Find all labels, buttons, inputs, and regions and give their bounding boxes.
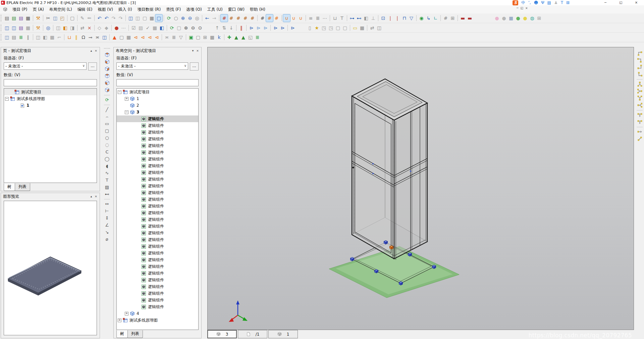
- draw-circle-dashed[interactable]: ◌: [103, 141, 111, 148]
- wire-pair[interactable]: ≍: [94, 34, 101, 41]
- parts-cart[interactable]: ⊔: [331, 14, 338, 22]
- separator[interactable]: [184, 34, 187, 41]
- tree-item[interactable]: 逻辑组件: [117, 162, 198, 169]
- separator[interactable]: [345, 14, 348, 22]
- tree-item[interactable]: 逻辑组件: [117, 176, 198, 183]
- pages-copy[interactable]: ◫: [35, 34, 42, 41]
- move-element[interactable]: ⇄: [79, 24, 86, 32]
- tab-list[interactable]: 列表: [127, 330, 143, 338]
- menu-item[interactable]: 查找 (F): [163, 6, 183, 13]
- pages-blue[interactable]: ◫: [101, 34, 108, 41]
- junction-arrow-1[interactable]: [636, 111, 644, 118]
- value-input[interactable]: [4, 79, 97, 86]
- insert-left-bar[interactable]: ⊲: [139, 34, 146, 41]
- grip[interactable]: [1, 34, 3, 41]
- gap[interactable]: [296, 24, 306, 32]
- route-path[interactable]: ↳: [425, 14, 432, 22]
- tree-item[interactable]: 逻辑组件: [117, 156, 198, 162]
- mounting-rail[interactable]: ⊔: [66, 34, 73, 41]
- copy-pages[interactable]: ◫: [55, 24, 62, 32]
- separator[interactable]: [52, 24, 55, 32]
- filter-browse-button[interactable]: ...: [190, 62, 199, 70]
- layout-cube-top[interactable]: [103, 51, 111, 58]
- insert-image[interactable]: ▨: [103, 184, 111, 191]
- pause-red[interactable]: ‖: [238, 24, 245, 32]
- separator[interactable]: [348, 24, 352, 32]
- branch-tool-1[interactable]: [636, 81, 644, 88]
- menu-item[interactable]: 视图 (V): [95, 6, 115, 13]
- tree-item[interactable]: 逻辑组件: [117, 183, 198, 189]
- tree-item[interactable]: 逻辑组件: [117, 236, 198, 243]
- monitor-view[interactable]: ◧: [158, 24, 165, 32]
- tree-item[interactable]: 逻辑组件: [117, 115, 198, 122]
- insert-end[interactable]: ⊲: [153, 34, 160, 41]
- page-next[interactable]: ▢: [341, 24, 348, 32]
- tree-item[interactable]: 逻辑组件: [117, 256, 198, 263]
- page-export[interactable]: ▢: [195, 34, 202, 41]
- grid-view[interactable]: ▦: [148, 14, 155, 22]
- box-3d[interactable]: ◱: [247, 34, 254, 41]
- wire-link[interactable]: ⊸: [87, 34, 94, 41]
- close-icon[interactable]: ×: [94, 195, 98, 198]
- tree-item[interactable]: 逻辑组件: [117, 250, 198, 256]
- zoom-out-alt[interactable]: ⊖: [190, 24, 197, 32]
- branch-tool-3[interactable]: [636, 95, 644, 102]
- separator[interactable]: [42, 24, 45, 32]
- tree-item[interactable]: 逻辑组件: [117, 303, 198, 310]
- menu-item[interactable]: 页 (A): [30, 6, 46, 13]
- color-yellow[interactable]: ●: [522, 14, 529, 22]
- grip[interactable]: [1, 25, 3, 31]
- dim-diagonal[interactable]: ↘: [103, 229, 111, 236]
- record-dot[interactable]: ●: [113, 24, 120, 32]
- redo[interactable]: ↷: [110, 14, 117, 22]
- mdi-window-controls[interactable]: ─◱×: [517, 6, 528, 10]
- mdi-restore[interactable]: ◱: [520, 6, 523, 10]
- mdi-close[interactable]: ×: [525, 6, 528, 10]
- close-icon[interactable]: ×: [94, 49, 98, 52]
- tree-item[interactable]: 逻辑组件: [117, 283, 198, 290]
- separator[interactable]: [377, 14, 380, 22]
- menu-item[interactable]: 窗口 (W): [225, 6, 247, 13]
- tree-item[interactable]: − 测试宏项目: [117, 89, 198, 95]
- gap[interactable]: [473, 14, 483, 22]
- ime-toolbox[interactable]: ⊞: [566, 0, 570, 5]
- layer-bar-red[interactable]: ▬: [459, 14, 466, 22]
- tree-symbol-2[interactable]: ▲: [240, 34, 247, 41]
- edit-tool[interactable]: ⚒: [35, 24, 42, 32]
- refresh-window[interactable]: ⟳: [168, 24, 175, 32]
- stamp-outline[interactable]: ◇: [96, 24, 103, 32]
- insert-left[interactable]: ⊲: [132, 34, 139, 41]
- level-up[interactable]: ↑: [214, 24, 221, 32]
- terminal-red-2[interactable]: ∣: [394, 14, 401, 22]
- redo-list[interactable]: ↷: [117, 14, 124, 22]
- separator[interactable]: [245, 24, 248, 32]
- insert-text[interactable]: T: [103, 177, 111, 184]
- new-page[interactable]: ▢: [141, 14, 148, 22]
- separator[interactable]: [223, 34, 226, 41]
- grid-size-1[interactable]: #: [221, 14, 228, 22]
- tree-item[interactable]: 逻辑组件: [117, 209, 198, 216]
- grid-dense[interactable]: #: [442, 14, 449, 22]
- separator[interactable]: [636, 109, 644, 111]
- tree-item[interactable]: 逻辑组件: [117, 290, 198, 297]
- color-teal[interactable]: ◍: [529, 14, 536, 22]
- insert-plus-green[interactable]: ✚: [226, 34, 233, 41]
- layout-cube-front[interactable]: [103, 72, 111, 80]
- grid-size-2[interactable]: #: [228, 14, 235, 22]
- window-controls[interactable]: ─ ◱ ×: [598, 0, 644, 5]
- color-green[interactable]: ●: [515, 14, 522, 22]
- select-zoom[interactable]: ▢: [175, 24, 182, 32]
- copy-window[interactable]: ◧: [62, 24, 69, 32]
- tree-expander[interactable]: −: [5, 97, 9, 101]
- diagonal-line-tool[interactable]: [636, 135, 644, 142]
- level-down[interactable]: ↓: [228, 24, 235, 32]
- corner-tool-4[interactable]: [636, 71, 644, 78]
- delete[interactable]: ×: [86, 24, 93, 32]
- separator[interactable]: [218, 14, 221, 22]
- pane-half[interactable]: ◧: [42, 34, 49, 41]
- list-green-end[interactable]: ≣: [254, 34, 261, 41]
- tree-symbol-1[interactable]: ▲: [233, 34, 240, 41]
- align-dots[interactable]: ⋯: [321, 14, 328, 22]
- check-ok[interactable]: ✓: [144, 24, 151, 32]
- table-frame[interactable]: ▦: [359, 24, 366, 32]
